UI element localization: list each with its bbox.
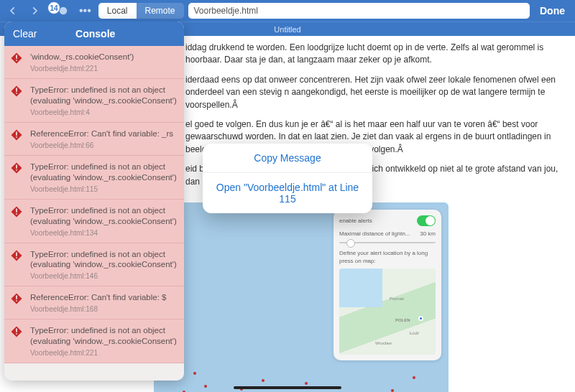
- svg-rect-15: [16, 213, 17, 215]
- filename-field[interactable]: Voorbeeldje.html: [188, 3, 530, 19]
- console-source: Voorbeeldje.html:221: [30, 65, 134, 73]
- console-message: TypeError: undefined is not an object (e…: [30, 162, 177, 183]
- map-label: Wrocław: [375, 340, 392, 347]
- console-list[interactable]: 'window._rs.cookieConsent')Voorbeeldje.h…: [4, 46, 184, 381]
- error-icon: [10, 85, 24, 116]
- define-location-label: Define your alert location by a long pre…: [339, 249, 436, 266]
- map-label: POLEN: [395, 317, 410, 324]
- console-message: ReferenceError: Can't find variable: $: [30, 292, 166, 303]
- console-entry[interactable]: TypeError: undefined is not an object (e…: [4, 243, 184, 287]
- error-icon: [10, 325, 24, 357]
- console-entry[interactable]: TypeError: undefined is not an object (e…: [4, 319, 184, 363]
- alerts-panel: enable alerts Maximal distance of lightn…: [334, 210, 441, 360]
- issues-badge[interactable]: 14: [47, 1, 60, 14]
- map-label: Łódź: [410, 330, 419, 337]
- segment-local[interactable]: Local: [98, 3, 137, 19]
- svg-rect-5: [16, 88, 17, 91]
- enable-alerts-label: enable alerts: [339, 217, 372, 225]
- svg-rect-21: [16, 301, 17, 302]
- back-button[interactable]: [4, 2, 22, 19]
- error-icon: [10, 52, 24, 73]
- console-source: Voorbeeldje.html:66: [30, 141, 173, 149]
- svg-rect-8: [16, 131, 17, 135]
- error-icon: [10, 249, 24, 281]
- error-icon: [10, 205, 24, 237]
- svg-rect-20: [16, 296, 17, 299]
- context-menu: Copy Message Open "Voorbeeldje.html" at …: [203, 144, 372, 213]
- console-clear-button[interactable]: Clear: [13, 28, 37, 39]
- segment-remote[interactable]: Remote: [137, 3, 184, 19]
- error-icon: [10, 129, 24, 149]
- console-source: Voorbeeldje.html:4: [30, 108, 177, 116]
- console-message: 'window._rs.cookieConsent'): [30, 52, 134, 62]
- console-source: Voorbeeldje.html:134: [30, 229, 177, 237]
- console-popover: Clear Console 'window._rs.cookieConsent'…: [4, 22, 184, 381]
- mini-map[interactable]: Poznań POLEN Łódź Wrocław: [339, 269, 436, 355]
- svg-rect-24: [16, 334, 17, 335]
- console-message: TypeError: undefined is not an object (e…: [30, 249, 177, 271]
- console-message: ReferenceError: Can't find variable: _rs: [30, 129, 173, 139]
- top-toolbar: 14 ••• Local Remote Voorbeeldje.html Don…: [0, 0, 575, 22]
- console-entry[interactable]: ReferenceError: Can't find variable: _rs…: [4, 123, 184, 156]
- error-icon: [10, 292, 24, 313]
- svg-point-0: [60, 7, 68, 15]
- ctx-copy-message[interactable]: Copy Message: [203, 144, 372, 173]
- svg-rect-23: [16, 329, 17, 332]
- svg-rect-3: [16, 60, 17, 61]
- document-title: Untitled: [274, 25, 300, 34]
- max-distance-label: Maximal distance of lightn...: [339, 230, 410, 238]
- console-source: Voorbeeldje.html:115: [30, 185, 177, 193]
- console-entry[interactable]: ReferenceError: Can't find variable: $Vo…: [4, 286, 184, 319]
- console-source: Voorbeeldje.html:146: [30, 272, 177, 280]
- local-remote-segment: Local Remote: [98, 3, 184, 19]
- console-source: Voorbeeldje.html:168: [30, 305, 166, 313]
- console-entry[interactable]: TypeError: undefined is not an object (e…: [4, 79, 184, 123]
- svg-rect-9: [16, 136, 17, 138]
- distance-slider[interactable]: [339, 242, 436, 243]
- map-widget: enable alerts Maximal distance of lightn…: [154, 202, 448, 392]
- error-icon: [10, 162, 24, 193]
- article-paragraph: iddag drukkend te worden. Een loodgrijze…: [185, 42, 565, 67]
- ctx-open-file[interactable]: Open "Voorbeeldje.html" at Line 115: [203, 173, 372, 213]
- svg-rect-14: [16, 208, 17, 212]
- console-title: Console: [75, 28, 115, 39]
- console-message: TypeError: undefined is not an object (e…: [30, 325, 177, 347]
- home-indicator: [234, 386, 341, 389]
- svg-rect-6: [16, 93, 17, 94]
- console-source: Voorbeeldje.html:221: [30, 349, 177, 357]
- svg-rect-12: [16, 169, 17, 171]
- svg-rect-2: [16, 55, 17, 59]
- console-entry[interactable]: TypeError: undefined is not an object (e…: [4, 200, 184, 243]
- max-distance-value: 30 km: [420, 230, 436, 238]
- article-paragraph: iderdaad eens op dat onweer concentreren…: [185, 74, 565, 111]
- more-icon[interactable]: •••: [76, 4, 94, 17]
- map-user-location: [418, 316, 423, 321]
- console-entry[interactable]: TypeError: undefined is not an object (e…: [4, 156, 184, 200]
- svg-rect-17: [16, 252, 17, 256]
- map-label: Poznań: [390, 296, 404, 302]
- svg-rect-11: [16, 164, 17, 168]
- console-header: Clear Console: [4, 22, 184, 46]
- svg-rect-18: [16, 257, 17, 258]
- console-message: TypeError: undefined is not an object (e…: [30, 205, 177, 227]
- console-entry[interactable]: 'window._rs.cookieConsent')Voorbeeldje.h…: [4, 46, 184, 79]
- forward-button[interactable]: [26, 2, 43, 19]
- enable-alerts-toggle[interactable]: [417, 215, 436, 226]
- console-message: TypeError: undefined is not an object (e…: [30, 85, 177, 106]
- done-button[interactable]: Done: [534, 5, 571, 17]
